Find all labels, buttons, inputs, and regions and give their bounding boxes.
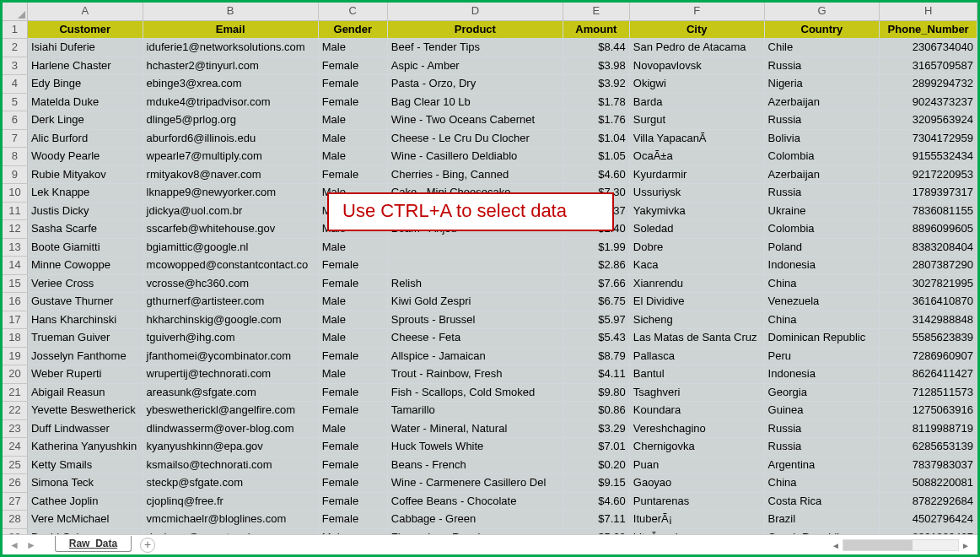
- row-header[interactable]: 20: [3, 365, 27, 384]
- data-cell[interactable]: Sasha Scarfe: [27, 220, 143, 239]
- data-cell[interactable]: Kaca: [629, 257, 764, 275]
- data-cell[interactable]: $6.75: [563, 293, 629, 311]
- data-cell[interactable]: [387, 257, 563, 275]
- data-cell[interactable]: 9217220953: [880, 165, 977, 184]
- data-cell[interactable]: Beef - Tender Tips: [387, 39, 563, 57]
- data-cell[interactable]: Water - Mineral, Natural: [387, 419, 563, 438]
- data-cell[interactable]: Female: [318, 474, 387, 493]
- row-header[interactable]: 5: [3, 93, 27, 111]
- column-header-c[interactable]: C: [318, 3, 387, 20]
- data-cell[interactable]: wrupertij@technorati.com: [143, 365, 318, 384]
- data-cell[interactable]: Barda: [629, 93, 764, 111]
- data-cell[interactable]: Minne Cowoppe: [27, 257, 143, 275]
- row-header[interactable]: 18: [3, 329, 27, 348]
- data-cell[interactable]: iduferie1@networksolutions.com: [143, 39, 318, 57]
- data-cell[interactable]: Female: [318, 383, 387, 402]
- data-cell[interactable]: Abigail Reasun: [27, 383, 143, 402]
- data-cell[interactable]: [387, 238, 563, 257]
- data-cell[interactable]: 7128511573: [880, 383, 977, 402]
- scroll-left-icon[interactable]: ◄: [829, 541, 843, 550]
- data-cell[interactable]: gthurnerf@artisteer.com: [143, 293, 318, 311]
- column-header-h[interactable]: H: [880, 3, 977, 20]
- data-cell[interactable]: Xianrendu: [629, 274, 764, 293]
- data-cell[interactable]: Female: [318, 492, 387, 511]
- data-cell[interactable]: Female: [318, 402, 387, 420]
- data-cell[interactable]: $1.05: [563, 148, 629, 166]
- row-header[interactable]: 21: [3, 383, 27, 402]
- data-cell[interactable]: 1275063916: [880, 402, 977, 420]
- data-cell[interactable]: $7.66: [563, 274, 629, 293]
- row-header[interactable]: 12: [3, 220, 27, 239]
- column-header-g[interactable]: G: [764, 3, 880, 20]
- data-cell[interactable]: $1.76: [563, 111, 629, 130]
- data-cell[interactable]: Aspic - Amber: [387, 57, 563, 75]
- row-header[interactable]: 1: [3, 20, 27, 39]
- data-cell[interactable]: Kiwi Gold Zespri: [387, 293, 563, 311]
- data-cell[interactable]: Poland: [764, 238, 880, 257]
- data-cell[interactable]: kyanyushkinn@epa.gov: [143, 438, 318, 457]
- data-cell[interactable]: Alic Burford: [27, 129, 143, 148]
- data-cell[interactable]: 7837983037: [880, 456, 977, 474]
- data-cell[interactable]: 3027821995: [880, 274, 977, 293]
- data-cell[interactable]: 8119988719: [880, 419, 977, 438]
- data-cell[interactable]: Nigeria: [764, 75, 880, 94]
- data-cell[interactable]: Male: [318, 365, 387, 384]
- data-cell[interactable]: Bag Clear 10 Lb: [387, 93, 563, 111]
- data-cell[interactable]: Azerbaijan: [764, 93, 880, 111]
- data-cell[interactable]: vmcmichaelr@bloglines.com: [143, 511, 318, 529]
- data-cell[interactable]: Russia: [764, 184, 880, 203]
- data-cell[interactable]: Boote Giamitti: [27, 238, 143, 257]
- data-cell[interactable]: 2306734040: [880, 39, 977, 57]
- data-cell[interactable]: 7304172959: [880, 129, 977, 148]
- sheet-nav-next-icon[interactable]: ►: [23, 539, 40, 551]
- data-cell[interactable]: Puntarenas: [629, 492, 764, 511]
- data-cell[interactable]: Ussuriysk: [629, 184, 764, 203]
- data-cell[interactable]: $9.15: [563, 474, 629, 493]
- data-cell[interactable]: Vere McMichael: [27, 511, 143, 529]
- data-cell[interactable]: Katherina Yanyushkin: [27, 438, 143, 457]
- data-cell[interactable]: San Pedro de Atacama: [629, 39, 764, 57]
- data-cell[interactable]: mcowopped@constantcontact.co: [143, 257, 318, 275]
- data-cell[interactable]: Sicheng: [629, 311, 764, 329]
- data-cell[interactable]: vcrosse@hc360.com: [143, 274, 318, 293]
- row-header[interactable]: 10: [3, 184, 27, 203]
- data-cell[interactable]: jfanthomei@ycombinator.com: [143, 347, 318, 365]
- data-cell[interactable]: 4502796424: [880, 511, 977, 529]
- table-header-cell[interactable]: Product: [387, 20, 563, 39]
- data-cell[interactable]: Peru: [764, 347, 880, 365]
- data-cell[interactable]: Chernigovka: [629, 438, 764, 457]
- data-cell[interactable]: 3209563924: [880, 111, 977, 130]
- table-header-cell[interactable]: Country: [764, 20, 880, 39]
- row-header[interactable]: 26: [3, 474, 27, 493]
- data-cell[interactable]: Russia: [764, 111, 880, 130]
- row-header[interactable]: 3: [3, 57, 27, 75]
- data-cell[interactable]: Cheese - Feta: [387, 329, 563, 348]
- data-cell[interactable]: $3.92: [563, 75, 629, 94]
- data-cell[interactable]: Female: [318, 438, 387, 457]
- data-cell[interactable]: Dobre: [629, 238, 764, 257]
- data-cell[interactable]: Pasta - Orzo, Dry: [387, 75, 563, 94]
- row-header[interactable]: 11: [3, 202, 27, 220]
- data-cell[interactable]: Weber Ruperti: [27, 365, 143, 384]
- data-cell[interactable]: Vereshchagino: [629, 419, 764, 438]
- data-cell[interactable]: lknappe9@newyorker.com: [143, 184, 318, 203]
- data-cell[interactable]: Relish: [387, 274, 563, 293]
- data-cell[interactable]: Duff Lindwasser: [27, 419, 143, 438]
- add-sheet-button[interactable]: +: [140, 538, 155, 553]
- data-cell[interactable]: 3616410870: [880, 293, 977, 311]
- data-cell[interactable]: hchaster2@tinyurl.com: [143, 57, 318, 75]
- data-cell[interactable]: $7.11: [563, 511, 629, 529]
- data-cell[interactable]: $0.20: [563, 456, 629, 474]
- data-cell[interactable]: $1.99: [563, 238, 629, 257]
- row-header[interactable]: 28: [3, 511, 27, 529]
- data-cell[interactable]: Woody Pearle: [27, 148, 143, 166]
- data-cell[interactable]: China: [764, 274, 880, 293]
- data-cell[interactable]: Bolivia: [764, 129, 880, 148]
- horizontal-scrollbar[interactable]: ◄ ►: [829, 538, 972, 552]
- data-cell[interactable]: Rubie Mityakov: [27, 165, 143, 184]
- data-cell[interactable]: 3142988848: [880, 311, 977, 329]
- data-cell[interactable]: OcaÃ±a: [629, 148, 764, 166]
- data-cell[interactable]: Cabbage - Green: [387, 511, 563, 529]
- data-cell[interactable]: 7836081155: [880, 202, 977, 220]
- data-cell[interactable]: Kyurdarmir: [629, 165, 764, 184]
